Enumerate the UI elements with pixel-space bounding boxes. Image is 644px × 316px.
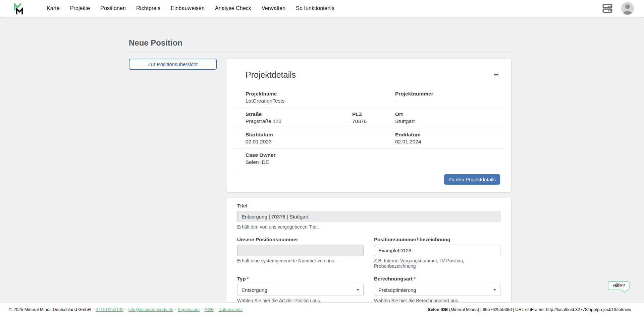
field-label: PLZ (352, 111, 395, 118)
title-divider (129, 53, 511, 53)
field-label: Startdatum (246, 131, 395, 138)
main-content: Neue Position Zur Positionsübersicht Pro… (0, 17, 644, 302)
field-label: Projektnummer (395, 90, 492, 97)
unsere-positionsnummer-input (237, 245, 364, 256)
datenschutz-link[interactable]: Datenschutz (218, 307, 243, 312)
field-value: Pragstraße 120 (246, 118, 352, 125)
positionsnummer-label: Positionsnummer/-bezeichnung (374, 237, 500, 242)
separator: · (125, 307, 126, 312)
berechnungsart-field-group: Berechnungsart* Preisoptimierung Wählen … (374, 276, 500, 302)
projekt-row-2: Straße Pragstraße 120 PLZ 70376 Ort Stut… (233, 108, 505, 128)
phone-link[interactable]: 07151/250100 (96, 307, 123, 312)
separator: · (215, 307, 217, 312)
projekt-row-4: Case Owner Selen IDE (233, 149, 505, 169)
required-asterisk: * (247, 276, 249, 281)
copyright-text: © 2025 Mineral Minds Deutschland GmbH (9, 307, 91, 312)
typ-select[interactable]: Entsorgung (237, 284, 364, 296)
field-value: 02.01.2024 (395, 138, 492, 145)
chevron-down-icon (357, 289, 359, 291)
minus-icon (494, 74, 498, 75)
status-user: Selen IDE (428, 307, 448, 312)
typ-label: Typ* (237, 276, 364, 281)
field-value: Stuttgart (395, 118, 492, 125)
nav-item-analyse-check[interactable]: Analyse Check (215, 5, 251, 11)
nav-item-richtpreis[interactable]: Richtpreis (136, 5, 160, 11)
zu-den-projektdetails-button[interactable]: Zu den Projektdetails (444, 174, 500, 185)
titel-label: Titel (237, 203, 500, 208)
berechnungsart-select-value: Preisoptimierung (378, 287, 416, 293)
position-form-card: Titel Erhält den von uns vorgegebenen Ti… (226, 198, 511, 302)
field-label: Ort (395, 111, 492, 118)
field-value: - (395, 97, 492, 104)
footer-left: © 2025 Mineral Minds Deutschland GmbH · … (9, 307, 243, 312)
zur-positionsuebersicht-button[interactable]: Zur Positionsübersicht (129, 59, 217, 70)
berechnungsart-hint: Wählen Sie hier die Berechnungsart aus. (374, 298, 500, 302)
page-title: Neue Position (129, 38, 511, 48)
hilfe-button[interactable]: Hilfe? (608, 281, 630, 290)
server-icon[interactable] (602, 3, 613, 13)
top-navbar: Karte Projekte Positionen Richtpreis Ein… (0, 0, 644, 17)
field-label: Case Owner (246, 151, 492, 159)
avatar-shoulders-icon (623, 11, 632, 15)
field-label: Straße (246, 111, 352, 118)
positionsnummer-hint: Z.B. Interne-Vorgangsnummer, LV-Position… (374, 258, 500, 269)
typ-select-value: Entsorgung (241, 287, 267, 293)
titel-field-group: Titel Erhält den von uns vorgegebenen Ti… (237, 203, 500, 230)
unsere-positionsnummer-label: Unsere Positionsnummer (237, 237, 364, 242)
typ-hint: Wählen Sie hier die Art der Position aus… (237, 298, 364, 302)
impressum-link[interactable]: Impressum (178, 307, 200, 312)
field-value: 70376 (352, 118, 395, 125)
main-nav: Karte Projekte Positionen Richtpreis Ein… (47, 5, 334, 11)
avatar-head-icon (625, 4, 630, 9)
session-status: Selen IDE (Mineral Minds) | 69576255536d… (428, 307, 631, 312)
field-label: Projektname (246, 90, 395, 97)
berechnungsart-label: Berechnungsart* (374, 276, 500, 281)
field-value: LotCreationTests (246, 97, 395, 104)
nav-item-positionen[interactable]: Positionen (100, 5, 126, 11)
header-actions (602, 2, 634, 15)
field-label: Enddatum (395, 131, 492, 138)
nav-item-verwalten[interactable]: Verwalten (262, 5, 285, 11)
unsere-positionsnummer-hint: Erhält eine systemgenerierte Nummer von … (237, 258, 364, 263)
projektdetails-card: Projektdetails Projektname LotCreationTe… (226, 59, 511, 192)
unsere-positionsnummer-field-group: Unsere Positionsnummer Erhält eine syste… (237, 237, 364, 269)
agb-link[interactable]: AGB (204, 307, 213, 312)
mineral-minds-logo-icon[interactable] (12, 1, 27, 15)
nav-item-so-funktionierts[interactable]: So funktioniert's (296, 5, 334, 11)
positionsnummer-input[interactable] (374, 245, 500, 256)
separator: · (201, 307, 203, 312)
berechnungsart-select[interactable]: Preisoptimierung (374, 284, 500, 296)
projekt-row-1: Projektname LotCreationTests Projektnumm… (233, 87, 505, 108)
footer-bar: © 2025 Mineral Minds Deutschland GmbH · … (0, 302, 644, 316)
typ-field-group: Typ* Entsorgung Wählen Sie hier die Art … (237, 276, 364, 302)
nav-item-projekte[interactable]: Projekte (70, 5, 90, 11)
projekt-fields: Projektname LotCreationTests Projektnumm… (233, 87, 505, 169)
nav-item-einbauweisen[interactable]: Einbauweisen (171, 5, 205, 11)
required-asterisk: * (414, 276, 416, 281)
email-link[interactable]: info@mineral-minds.de (128, 307, 173, 312)
projekt-row-3: Startdatum 02.01.2023 Enddatum 02.01.202… (233, 128, 505, 149)
status-detail: (Mineral Minds) | 69576255536d | URL of … (448, 307, 631, 312)
titel-input (237, 211, 500, 222)
nav-item-karte[interactable]: Karte (47, 5, 60, 11)
titel-hint: Erhält den von uns vorgegebenen Titel. (237, 224, 500, 230)
hilfe-label: Hilfe? (612, 283, 625, 288)
separator: · (175, 307, 176, 312)
chevron-down-icon (493, 289, 496, 291)
positionsnummer-field-group: Positionsnummer/-bezeichnung Z.B. Intern… (374, 237, 500, 269)
separator: · (93, 307, 94, 312)
user-avatar[interactable] (621, 2, 634, 15)
collapse-card-button[interactable] (493, 72, 500, 77)
field-value: Selen IDE (246, 159, 492, 166)
field-value: 02.01.2023 (246, 138, 395, 145)
projektdetails-title: Projektdetails (246, 70, 296, 80)
